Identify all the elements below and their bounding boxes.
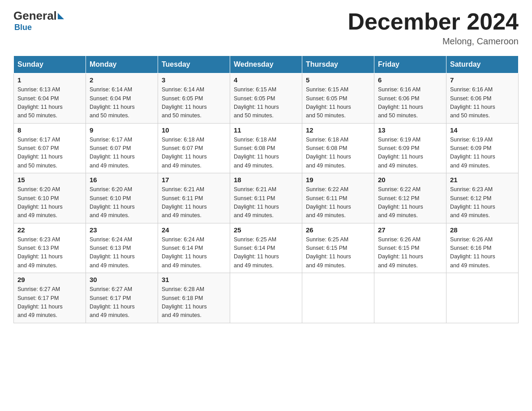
calendar-day-cell: 17 Sunrise: 6:21 AM Sunset: 6:11 PM Dayl… bbox=[158, 173, 230, 223]
day-number: 13 bbox=[378, 126, 442, 134]
day-info: Sunrise: 6:19 AM Sunset: 6:09 PM Dayligh… bbox=[450, 136, 515, 171]
day-info: Sunrise: 6:19 AM Sunset: 6:09 PM Dayligh… bbox=[378, 136, 442, 171]
day-number: 9 bbox=[90, 126, 154, 134]
calendar-week-row: 1 Sunrise: 6:13 AM Sunset: 6:04 PM Dayli… bbox=[14, 73, 519, 124]
calendar-day-cell: 23 Sunrise: 6:24 AM Sunset: 6:13 PM Dayl… bbox=[86, 223, 158, 273]
day-info: Sunrise: 6:22 AM Sunset: 6:11 PM Dayligh… bbox=[306, 185, 370, 220]
day-number: 27 bbox=[378, 226, 442, 234]
day-number: 1 bbox=[17, 76, 82, 84]
calendar-day-cell: 4 Sunrise: 6:15 AM Sunset: 6:05 PM Dayli… bbox=[230, 73, 302, 124]
calendar-day-cell bbox=[446, 273, 519, 323]
calendar-header-row: Sunday Monday Tuesday Wednesday Thursday… bbox=[14, 56, 519, 73]
day-info: Sunrise: 6:17 AM Sunset: 6:07 PM Dayligh… bbox=[17, 136, 82, 171]
calendar-week-row: 15 Sunrise: 6:20 AM Sunset: 6:10 PM Dayl… bbox=[14, 173, 519, 223]
logo-general-text: General bbox=[13, 9, 57, 23]
calendar-day-cell: 20 Sunrise: 6:22 AM Sunset: 6:12 PM Dayl… bbox=[374, 173, 446, 223]
day-info: Sunrise: 6:26 AM Sunset: 6:15 PM Dayligh… bbox=[378, 235, 442, 270]
day-number: 18 bbox=[234, 176, 298, 184]
calendar-week-row: 22 Sunrise: 6:23 AM Sunset: 6:13 PM Dayl… bbox=[14, 223, 519, 273]
day-number: 14 bbox=[450, 126, 515, 134]
calendar-day-cell: 29 Sunrise: 6:27 AM Sunset: 6:17 PM Dayl… bbox=[14, 273, 86, 323]
calendar-day-cell: 28 Sunrise: 6:26 AM Sunset: 6:16 PM Dayl… bbox=[446, 223, 519, 273]
day-info: Sunrise: 6:28 AM Sunset: 6:18 PM Dayligh… bbox=[162, 285, 226, 320]
calendar-day-cell: 10 Sunrise: 6:18 AM Sunset: 6:07 PM Dayl… bbox=[158, 123, 230, 173]
header-tuesday: Tuesday bbox=[158, 56, 230, 73]
day-number: 25 bbox=[234, 226, 298, 234]
calendar-day-cell: 31 Sunrise: 6:28 AM Sunset: 6:18 PM Dayl… bbox=[158, 273, 230, 323]
day-info: Sunrise: 6:16 AM Sunset: 6:06 PM Dayligh… bbox=[378, 86, 442, 120]
calendar-day-cell: 7 Sunrise: 6:16 AM Sunset: 6:06 PM Dayli… bbox=[446, 73, 519, 124]
header-monday: Monday bbox=[86, 56, 158, 73]
day-number: 3 bbox=[162, 76, 226, 84]
day-number: 2 bbox=[90, 76, 154, 84]
day-number: 5 bbox=[306, 76, 370, 84]
day-number: 24 bbox=[162, 226, 226, 234]
day-number: 15 bbox=[17, 176, 82, 184]
day-number: 16 bbox=[90, 176, 154, 184]
logo-blue-text: Blue bbox=[14, 23, 32, 32]
day-number: 28 bbox=[450, 226, 515, 234]
calendar-day-cell bbox=[230, 273, 302, 323]
day-info: Sunrise: 6:22 AM Sunset: 6:12 PM Dayligh… bbox=[378, 185, 442, 220]
day-info: Sunrise: 6:23 AM Sunset: 6:13 PM Dayligh… bbox=[17, 235, 82, 270]
calendar-day-cell: 6 Sunrise: 6:16 AM Sunset: 6:06 PM Dayli… bbox=[374, 73, 446, 124]
day-number: 29 bbox=[17, 276, 82, 283]
day-number: 11 bbox=[234, 126, 298, 134]
calendar-day-cell: 15 Sunrise: 6:20 AM Sunset: 6:10 PM Dayl… bbox=[14, 173, 86, 223]
calendar-day-cell: 24 Sunrise: 6:24 AM Sunset: 6:14 PM Dayl… bbox=[158, 223, 230, 273]
day-number: 17 bbox=[162, 176, 226, 184]
day-info: Sunrise: 6:14 AM Sunset: 6:05 PM Dayligh… bbox=[162, 86, 226, 120]
location: Melong, Cameroon bbox=[348, 36, 519, 47]
calendar-week-row: 29 Sunrise: 6:27 AM Sunset: 6:17 PM Dayl… bbox=[14, 273, 519, 323]
calendar-day-cell: 12 Sunrise: 6:18 AM Sunset: 6:08 PM Dayl… bbox=[302, 123, 374, 173]
day-info: Sunrise: 6:14 AM Sunset: 6:04 PM Dayligh… bbox=[90, 86, 154, 120]
header-saturday: Saturday bbox=[446, 56, 519, 73]
day-info: Sunrise: 6:15 AM Sunset: 6:05 PM Dayligh… bbox=[234, 86, 298, 120]
title-area: December 2024 Melong, Cameroon bbox=[348, 9, 519, 47]
day-info: Sunrise: 6:20 AM Sunset: 6:10 PM Dayligh… bbox=[90, 185, 154, 220]
calendar-day-cell: 3 Sunrise: 6:14 AM Sunset: 6:05 PM Dayli… bbox=[158, 73, 230, 124]
day-number: 21 bbox=[450, 176, 515, 184]
calendar-day-cell bbox=[374, 273, 446, 323]
calendar-day-cell: 2 Sunrise: 6:14 AM Sunset: 6:04 PM Dayli… bbox=[86, 73, 158, 124]
header-sunday: Sunday bbox=[14, 56, 86, 73]
calendar-day-cell: 14 Sunrise: 6:19 AM Sunset: 6:09 PM Dayl… bbox=[446, 123, 519, 173]
calendar-day-cell: 16 Sunrise: 6:20 AM Sunset: 6:10 PM Dayl… bbox=[86, 173, 158, 223]
calendar-day-cell: 18 Sunrise: 6:21 AM Sunset: 6:11 PM Dayl… bbox=[230, 173, 302, 223]
calendar-day-cell: 9 Sunrise: 6:17 AM Sunset: 6:07 PM Dayli… bbox=[86, 123, 158, 173]
day-info: Sunrise: 6:24 AM Sunset: 6:14 PM Dayligh… bbox=[162, 235, 226, 270]
calendar-day-cell: 27 Sunrise: 6:26 AM Sunset: 6:15 PM Dayl… bbox=[374, 223, 446, 273]
day-info: Sunrise: 6:26 AM Sunset: 6:16 PM Dayligh… bbox=[450, 235, 515, 270]
calendar-day-cell: 1 Sunrise: 6:13 AM Sunset: 6:04 PM Dayli… bbox=[14, 73, 86, 124]
day-number: 19 bbox=[306, 176, 370, 184]
day-number: 7 bbox=[450, 76, 515, 84]
logo-arrow-icon bbox=[58, 13, 64, 19]
day-number: 23 bbox=[90, 226, 154, 234]
day-info: Sunrise: 6:25 AM Sunset: 6:15 PM Dayligh… bbox=[306, 235, 370, 270]
day-number: 30 bbox=[90, 276, 154, 283]
day-info: Sunrise: 6:21 AM Sunset: 6:11 PM Dayligh… bbox=[162, 185, 226, 220]
calendar-week-row: 8 Sunrise: 6:17 AM Sunset: 6:07 PM Dayli… bbox=[14, 123, 519, 173]
day-number: 31 bbox=[162, 276, 226, 283]
day-number: 20 bbox=[378, 176, 442, 184]
day-number: 10 bbox=[162, 126, 226, 134]
calendar-table: Sunday Monday Tuesday Wednesday Thursday… bbox=[13, 56, 519, 323]
day-info: Sunrise: 6:17 AM Sunset: 6:07 PM Dayligh… bbox=[90, 136, 154, 171]
calendar-day-cell: 22 Sunrise: 6:23 AM Sunset: 6:13 PM Dayl… bbox=[14, 223, 86, 273]
header: General Blue December 2024 Melong, Camer… bbox=[13, 9, 519, 47]
month-title: December 2024 bbox=[348, 9, 519, 34]
calendar-day-cell: 25 Sunrise: 6:25 AM Sunset: 6:14 PM Dayl… bbox=[230, 223, 302, 273]
calendar-day-cell: 13 Sunrise: 6:19 AM Sunset: 6:09 PM Dayl… bbox=[374, 123, 446, 173]
day-info: Sunrise: 6:24 AM Sunset: 6:13 PM Dayligh… bbox=[90, 235, 154, 270]
day-info: Sunrise: 6:18 AM Sunset: 6:07 PM Dayligh… bbox=[162, 136, 226, 171]
header-thursday: Thursday bbox=[302, 56, 374, 73]
day-info: Sunrise: 6:18 AM Sunset: 6:08 PM Dayligh… bbox=[306, 136, 370, 171]
day-info: Sunrise: 6:13 AM Sunset: 6:04 PM Dayligh… bbox=[17, 86, 82, 120]
day-info: Sunrise: 6:25 AM Sunset: 6:14 PM Dayligh… bbox=[234, 235, 298, 270]
calendar-day-cell: 5 Sunrise: 6:15 AM Sunset: 6:05 PM Dayli… bbox=[302, 73, 374, 124]
day-info: Sunrise: 6:23 AM Sunset: 6:12 PM Dayligh… bbox=[450, 185, 515, 220]
calendar-day-cell: 11 Sunrise: 6:18 AM Sunset: 6:08 PM Dayl… bbox=[230, 123, 302, 173]
day-info: Sunrise: 6:21 AM Sunset: 6:11 PM Dayligh… bbox=[234, 185, 298, 220]
day-info: Sunrise: 6:18 AM Sunset: 6:08 PM Dayligh… bbox=[234, 136, 298, 171]
calendar-day-cell: 21 Sunrise: 6:23 AM Sunset: 6:12 PM Dayl… bbox=[446, 173, 519, 223]
